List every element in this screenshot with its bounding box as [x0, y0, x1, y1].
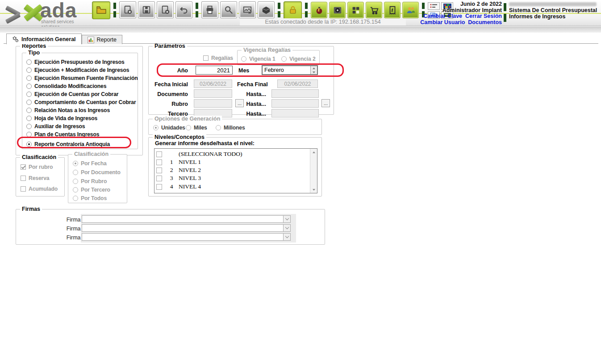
- logout-link[interactable]: Cerrar Sesión: [465, 13, 502, 19]
- reserva-checkbox[interactable]: Reserva: [21, 175, 49, 181]
- checkbox-icon: [156, 159, 162, 165]
- parametros-label: Parámetros: [153, 43, 187, 49]
- export-image-button[interactable]: [239, 1, 256, 18]
- vault-button[interactable]: [329, 2, 346, 18]
- open-folder-button[interactable]: [92, 1, 110, 19]
- delete-button[interactable]: [157, 1, 174, 18]
- scroll-down-arrow[interactable]: [310, 186, 317, 193]
- firma1-combobox[interactable]: [82, 215, 291, 223]
- hasta-rubro-label: Hasta...: [245, 101, 266, 107]
- ada-logo: ada shared services solutions: [3, 1, 92, 25]
- firma3-label: Firma 3: [41, 234, 85, 241]
- package-button[interactable]: [258, 1, 275, 18]
- report-type-option[interactable]: Comportamiento de Cuentas por Cobrar: [26, 99, 136, 105]
- listbox-scrollbar[interactable]: [310, 149, 317, 193]
- hasta-tercero-input[interactable]: [271, 109, 319, 117]
- vigencia-label: Vigencia Regalías: [242, 47, 292, 53]
- toolbar-separator: [278, 3, 280, 17]
- nivel-label: NIVEL 2: [179, 167, 201, 174]
- por-documento-radio[interactable]: Por Documento: [73, 169, 121, 176]
- niveles-listbox[interactable]: (SELECCIONAR TODO) 1NIVEL 1 2NIVEL 2 3NI…: [154, 148, 317, 193]
- toolbar-separator: [113, 3, 116, 17]
- por-todos-radio[interactable]: Por Todos: [73, 195, 107, 201]
- nivel-list-item[interactable]: (SELECCIONAR TODO): [155, 150, 309, 158]
- firma2-combobox[interactable]: [82, 224, 291, 232]
- nivel-list-item[interactable]: 2NIVEL 2: [155, 166, 309, 174]
- anio-input[interactable]: 2021: [196, 66, 233, 75]
- millones-radio[interactable]: Millones: [216, 124, 245, 131]
- clasificacion-radio-group: Clasificación Por Fecha Por Documento Po…: [68, 154, 127, 203]
- nivel-list-item[interactable]: 3NIVEL 3: [155, 174, 309, 182]
- unidades-radio[interactable]: Unidades: [153, 124, 185, 131]
- save-button[interactable]: [138, 1, 155, 18]
- option-label: Por Todos: [81, 195, 107, 201]
- option-label: Relación Notas a los Ingresos: [34, 107, 110, 113]
- radio-icon: [26, 108, 32, 113]
- anio-label: Año: [158, 67, 188, 74]
- report-type-option[interactable]: Consolidado Modificaciones: [26, 83, 106, 89]
- nivel-list-item[interactable]: 4NIVEL 4: [155, 183, 309, 191]
- por-rubro-checkbox[interactable]: Por rubro: [21, 163, 53, 170]
- print-button[interactable]: [201, 1, 218, 18]
- option-label: Ejecución Resumen Fuente Financiación: [34, 75, 138, 81]
- tab-informacion-general[interactable]: Información General: [6, 33, 82, 44]
- report-type-option[interactable]: Hoja de Vida de Ingresos: [26, 115, 97, 121]
- tipo-group: Tipo Ejecución Presupuesto de Ingresos E…: [22, 53, 138, 149]
- report-type-option[interactable]: Plan de Cuentas Ingresos: [26, 131, 99, 138]
- acumulado-checkbox[interactable]: Acumulado: [21, 185, 58, 192]
- report-type-option[interactable]: Ejecución de Cuentas por Cobrar: [26, 91, 118, 97]
- new-document-button[interactable]: [119, 1, 136, 18]
- rubro-input[interactable]: [194, 99, 232, 108]
- report-type-option[interactable]: Ejecución Resumen Fuente Financiación: [26, 75, 138, 81]
- app-header: ada shared services solutions: [0, 0, 601, 26]
- checkbox-icon: [156, 151, 162, 157]
- dropdown-button[interactable]: [283, 234, 290, 240]
- regalias-checkbox[interactable]: Regalías: [203, 54, 233, 61]
- cart-button[interactable]: [366, 2, 382, 18]
- receipt-dollar-button[interactable]: [384, 2, 401, 18]
- undo-button[interactable]: [175, 1, 192, 18]
- change-password-link[interactable]: Cambiar Clave: [423, 13, 462, 19]
- tab-label: Reporte: [97, 37, 117, 43]
- hasta-documento-input[interactable]: [271, 89, 319, 98]
- nivel-number: 2: [168, 167, 175, 174]
- report-type-option[interactable]: Ejecución + Modificación de Ingresos: [26, 67, 129, 73]
- documents-link[interactable]: Documentos: [468, 19, 502, 25]
- por-tercero-radio[interactable]: Por Tercero: [73, 186, 110, 193]
- documento-input[interactable]: [194, 89, 232, 98]
- scroll-up-arrow[interactable]: [310, 149, 317, 155]
- modules-button[interactable]: [347, 2, 364, 18]
- tab-reporte[interactable]: Reporte: [82, 35, 122, 44]
- mes-spinner[interactable]: [310, 66, 317, 74]
- report-type-option[interactable]: Ejecución Presupuesto de Ingresos: [26, 59, 125, 65]
- vigencia2-radio[interactable]: Vigencia 2: [281, 55, 316, 62]
- change-user-link[interactable]: Cambiar Usuario: [420, 19, 465, 25]
- opciones-label: Opciones de Generación: [153, 116, 222, 122]
- chevron-down-icon: [285, 226, 288, 229]
- dropdown-button[interactable]: [283, 216, 290, 222]
- por-fecha-radio[interactable]: Por Fecha: [73, 160, 107, 167]
- report-type-option[interactable]: Auxiliar de Ingresos: [26, 123, 85, 130]
- checkbox-icon: [21, 186, 26, 192]
- option-label: Ejecución + Modificación de Ingresos: [34, 67, 129, 73]
- hasta-rubro-browse-button[interactable]: ...: [321, 99, 330, 107]
- por-rubro-radio[interactable]: Por Rubro: [73, 178, 107, 184]
- mes-combobox[interactable]: Febrero: [262, 65, 318, 75]
- nivel-list-item[interactable]: 1NIVEL 1: [155, 158, 309, 166]
- parametros-group: Parámetros Regalías Vigencia Regalías Vi…: [148, 46, 334, 115]
- dropdown-button[interactable]: [283, 225, 290, 231]
- report-type-option-selected[interactable]: Reporte Contraloría Antioquia: [26, 141, 110, 147]
- search-button[interactable]: [220, 1, 237, 18]
- header-separator: [504, 3, 506, 22]
- firma3-combobox[interactable]: [82, 233, 291, 241]
- users-button[interactable]: [402, 2, 419, 18]
- rubro-browse-button[interactable]: ...: [235, 99, 244, 107]
- vigencia1-radio[interactable]: Vigencia 1: [241, 55, 275, 62]
- checkbox-icon: [21, 176, 26, 181]
- lock-button[interactable]: [284, 1, 302, 19]
- miles-radio[interactable]: Miles: [186, 124, 207, 131]
- report-type-option[interactable]: Relación Notas a los Ingresos: [26, 107, 110, 113]
- option-label: Ejecución de Cuentas por Cobrar: [34, 91, 118, 97]
- money-bag-button[interactable]: [311, 2, 327, 18]
- hasta-rubro-input[interactable]: [271, 99, 319, 108]
